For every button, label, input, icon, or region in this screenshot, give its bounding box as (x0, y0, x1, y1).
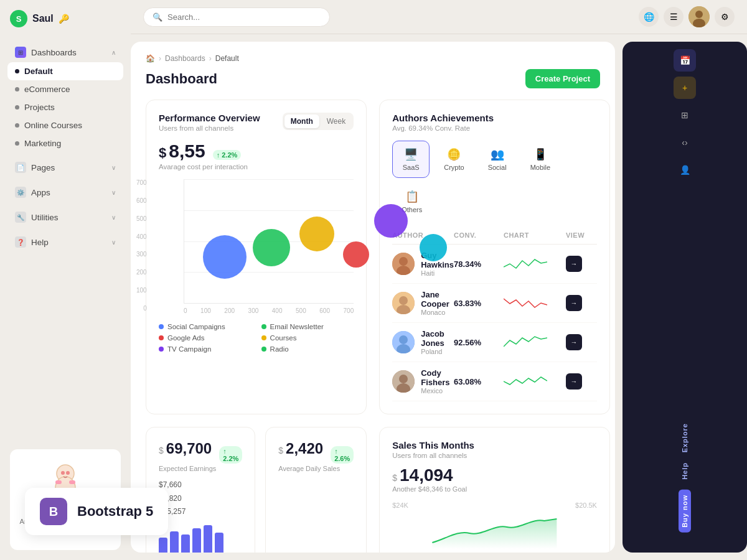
panel-code-icon[interactable]: ‹› (674, 131, 696, 154)
create-project-button[interactable]: Create Project (525, 69, 600, 88)
mini-chart-jacob (504, 333, 547, 352)
author-avatar-jane (392, 292, 415, 314)
sidebar-item-dashboards[interactable]: ⊞ Dashboards ∧ (7, 42, 123, 62)
view-btn-guy[interactable]: → (566, 256, 582, 272)
legend-label-courses: Courses (270, 334, 297, 342)
search-input[interactable] (167, 12, 321, 22)
page-title: Dashboard (146, 71, 217, 87)
explore-label[interactable]: Explore (681, 423, 688, 452)
sidebar-item-apps[interactable]: ⚙️ Apps ∨ (7, 182, 123, 202)
daily-sales-badge: 2.6% (331, 446, 354, 464)
chevron-icon: ∨ (111, 239, 116, 246)
author-location-jane: Monaco (421, 309, 454, 316)
panel-user-icon[interactable]: 👤 (674, 159, 696, 181)
sidebar-item-label-online-courses: Online Courses (24, 121, 82, 130)
tab-crypto-label: Crypto (444, 164, 464, 171)
app-name: Saul (32, 13, 54, 24)
tab-mobile[interactable]: 📱 Mobile (521, 141, 560, 178)
sidebar-item-projects[interactable]: Projects (7, 98, 123, 116)
panel-calendar-icon[interactable]: 📅 (674, 49, 696, 72)
performance-toggle: Month Week (283, 113, 354, 130)
panel-side-buttons: Explore Help Buy now (622, 416, 747, 540)
perf-metric-label: Avarage cost per interaction (159, 163, 354, 170)
settings-icon[interactable]: ⚙ (715, 7, 735, 27)
sidebar-item-ecommerce[interactable]: eCommerce (7, 80, 123, 98)
content-area: 🏠 › Dashboards › Default Dashboard Creat… (131, 34, 747, 560)
svg-point-6 (61, 471, 65, 475)
chart-legend: Social Campaigns Email Newsletter Google… (159, 323, 354, 353)
mini-chart-jane (504, 294, 547, 312)
panel-add-icon[interactable]: + (674, 77, 696, 99)
nav-dot (15, 105, 19, 110)
bubble-radio (420, 234, 447, 261)
apps-icon: ⚙️ (15, 187, 26, 198)
view-btn-jane[interactable]: → (566, 295, 582, 311)
legend-label-google: Google Ads (167, 334, 204, 342)
table-row: Jane Cooper Monaco 63.83% → (392, 284, 597, 323)
tab-social[interactable]: 👥 Social (479, 141, 516, 178)
buy-now-label[interactable]: Buy now (679, 490, 691, 533)
legend-courses: Courses (261, 334, 354, 342)
tab-saas[interactable]: 🖥️ SaaS (392, 141, 430, 178)
toggle-month-button[interactable]: Month (284, 114, 319, 128)
svg-rect-2 (55, 480, 62, 484)
legend-dot-tv (159, 347, 164, 352)
author-name-jacob: Jacob Jones (421, 329, 454, 348)
col-conv: CONV. (454, 231, 504, 239)
author-info-jane: Jane Cooper Monaco (392, 290, 454, 316)
tab-crypto[interactable]: 🪙 Crypto (435, 141, 473, 178)
x-axis: 0100200300400500600700 (184, 304, 354, 314)
sidebar-item-label-ecommerce: eCommerce (24, 85, 70, 94)
utilities-icon: 🔧 (15, 212, 26, 223)
sidebar-item-default[interactable]: Default (7, 62, 123, 80)
avatar[interactable] (688, 6, 710, 27)
sidebar-item-help[interactable]: ❓ Help ∨ (7, 232, 123, 252)
authors-tabs: 🖥️ SaaS 🪙 Crypto 👥 Social 📱 (392, 141, 597, 220)
bubble-tv (374, 204, 408, 238)
author-info-cody: Cody Fishers Mexico (392, 368, 454, 394)
bubble-chart (184, 179, 354, 304)
breadcrumb-dashboards[interactable]: Dashboards (165, 54, 205, 63)
panel-grid-icon[interactable]: ⊞ (674, 104, 696, 126)
nav-dot (15, 141, 19, 146)
view-btn-jacob[interactable]: → (566, 334, 582, 350)
dashboard-main: 🏠 › Dashboards › Default Dashboard Creat… (131, 42, 615, 553)
help-label[interactable]: Help (681, 462, 688, 480)
legend-label-radio: Radio (270, 345, 289, 353)
sidebar-item-label-projects: Projects (24, 103, 55, 112)
sidebar-item-label-pages: Pages (31, 163, 55, 172)
sidebar-item-online-courses[interactable]: Online Courses (7, 116, 123, 134)
daily-sales-label: Average Daily Sales (278, 465, 354, 472)
main-area: 🔍 🌐 ☰ ⚙ 🏠 › Dashboards › (131, 0, 747, 560)
toggle-week-button[interactable]: Week (321, 114, 352, 128)
sidebar-item-utilities[interactable]: 🔧 Utilities ∨ (7, 207, 123, 227)
search-box[interactable]: 🔍 (143, 7, 330, 27)
view-btn-cody[interactable]: → (566, 373, 582, 390)
svg-point-15 (399, 296, 408, 305)
performance-card: Performance Overview Users from all chan… (146, 100, 367, 414)
earnings-label: Expected Earnings (159, 465, 242, 472)
bubble-email (253, 229, 290, 266)
menu-icon[interactable]: ☰ (664, 7, 684, 27)
bootstrap-text: Bootstrap 5 (131, 503, 153, 520)
help-icon: ❓ (15, 236, 26, 248)
bubble-google-ads (343, 241, 369, 268)
sidebar-item-pages[interactable]: 📄 Pages ∨ (7, 157, 123, 177)
sales-month-value: 14,094 (400, 465, 453, 485)
sidebar-item-marketing[interactable]: Marketing (7, 134, 123, 152)
col-chart: CHART (504, 231, 566, 239)
author-avatar-guy (392, 253, 415, 275)
social-icon: 👥 (491, 147, 504, 161)
perf-badge: 2.2% (213, 150, 242, 160)
search-icon: 🔍 (153, 12, 162, 22)
chevron-icon: ∨ (111, 189, 116, 196)
topbar-right: 🌐 ☰ ⚙ (639, 6, 735, 27)
dashboards-icon: ⊞ (15, 47, 26, 58)
authors-card: Authors Achievements Avg. 69.34% Conv. R… (379, 100, 610, 414)
svg-point-21 (399, 375, 408, 383)
conv-rate-cody: 63.08% (454, 377, 504, 386)
topbar: 🔍 🌐 ☰ ⚙ (131, 0, 747, 34)
crypto-icon: 🪙 (447, 147, 461, 161)
earnings-bar-chart (159, 525, 242, 553)
notification-icon[interactable]: 🌐 (639, 7, 659, 27)
